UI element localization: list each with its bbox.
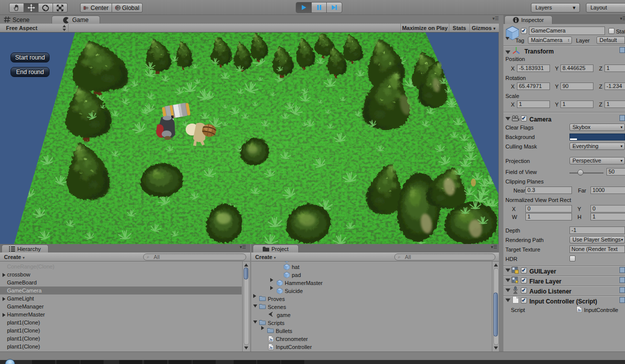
- svg-text:Scenes: Scenes: [268, 304, 286, 310]
- svg-text:hat: hat: [292, 264, 299, 270]
- svg-text:Proves: Proves: [268, 296, 285, 302]
- svg-text:game: game: [277, 312, 291, 318]
- svg-text:Bullets: Bullets: [276, 328, 293, 334]
- svg-text:Suicide: Suicide: [285, 288, 303, 294]
- svg-text:Chronometer: Chronometer: [276, 336, 308, 342]
- svg-text:Js: Js: [577, 308, 581, 312]
- svg-text:pad: pad: [292, 272, 301, 278]
- svg-text:Scripts: Scripts: [268, 320, 285, 326]
- svg-text:HammerMaster: HammerMaster: [285, 280, 323, 286]
- svg-text:InputController: InputController: [276, 344, 312, 350]
